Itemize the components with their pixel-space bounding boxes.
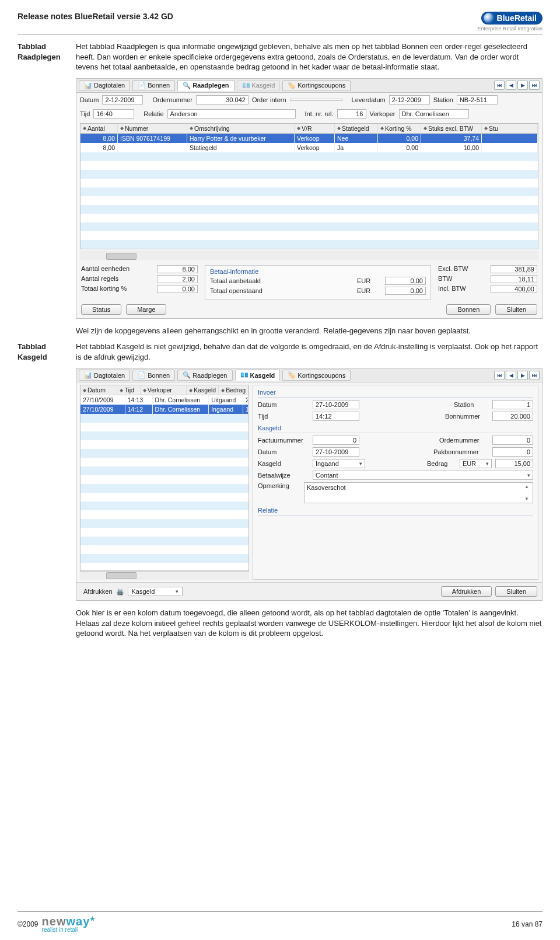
field-invoer-bonnummer[interactable]: 20.000	[492, 412, 533, 421]
cash-icon: 💶	[240, 371, 249, 379]
col-vr[interactable]: V/R	[302, 125, 312, 132]
grid-row[interactable]: 8,00 Statiegeld Verkoop Ja 0,00 10,00	[80, 143, 538, 152]
tab-kortingscoupons[interactable]: 🏷️Kortingscoupons	[282, 80, 351, 91]
select-currency[interactable]: EUR	[460, 459, 492, 468]
field-totaalkorting: 0,00	[157, 285, 198, 293]
field-invoer-station[interactable]: 1	[492, 400, 533, 409]
field-kasgeld-datum[interactable]: 27-10-2009	[313, 447, 359, 457]
field-verkoper[interactable]: Dhr. Cornelissen	[399, 109, 469, 119]
field-tijd[interactable]: 16:40	[93, 109, 134, 119]
release-title: Release notes BlueRetail versie 3.42 GD	[18, 12, 173, 21]
order-grid: ◆Aantal ◆Nummer ◆Omschrijving ◆V/R ◆Stat…	[80, 123, 538, 249]
sluiten-button-2[interactable]: Sluiten	[495, 586, 537, 597]
side-label-raadplegen: Tabblad Raadplegen	[18, 41, 76, 62]
field-invoer-datum[interactable]: 27-10-2009	[313, 400, 359, 409]
select-betaalwijze[interactable]: Contant	[313, 471, 533, 480]
panel-raadplegen: 📊Dagtotalen 📄Bonnen 🔍Raadplegen 💶Kasgeld…	[76, 78, 542, 319]
select-kasgeld-type[interactable]: Ingaand	[313, 459, 365, 468]
tabs-row: 📊Dagtotalen 📄Bonnen 🔍Raadplegen 💶Kasgeld…	[76, 79, 542, 93]
field-factuur[interactable]: 0	[313, 436, 359, 445]
bonnen-button[interactable]: Bonnen	[446, 304, 491, 315]
tabs-row-2: 📊Dagtotalen 📄Bonnen 🔍Raadplegen 💶Kasgeld…	[76, 368, 542, 382]
col-bedrag[interactable]: Bedrag	[226, 387, 246, 394]
col-tijd[interactable]: Tijd	[124, 387, 134, 394]
tab-kasgeld-2[interactable]: 💶Kasgeld	[235, 370, 281, 381]
col-stu[interactable]: Stu	[489, 125, 498, 132]
nav-prev-icon[interactable]: ◀	[506, 371, 516, 380]
field-totaal-aanbetaald: 0,00	[385, 277, 426, 285]
logo-text-a: Blue	[497, 13, 514, 23]
field-inclbtw: 400,00	[491, 285, 537, 293]
section-raadplegen: Tabblad Raadplegen Het tabblad Raadplege…	[18, 41, 542, 72]
totals-right: Excl. BTW381,89 BTW18,11 Incl. BTW400,00	[438, 265, 537, 295]
chart-icon: 📊	[84, 82, 92, 89]
status-button[interactable]: Status	[81, 304, 121, 315]
nav-last-icon[interactable]: ⏭	[529, 81, 540, 90]
col-datum[interactable]: Datum	[88, 387, 106, 394]
print-label: Afdrukken	[83, 588, 113, 595]
section-kasgeld-detail: Kasgeld	[258, 424, 533, 433]
col-aantal[interactable]: Aantal	[88, 125, 105, 132]
nav-next-icon[interactable]: ▶	[517, 371, 528, 380]
col-omschrijving[interactable]: Omschrijving	[194, 125, 230, 132]
horizontal-scrollbar[interactable]	[80, 252, 538, 260]
field-relatie[interactable]: Anderson	[167, 109, 296, 119]
col-korting[interactable]: Korting %	[385, 125, 412, 132]
grid-row[interactable]: 27/10/2009 14:12 Dhr. Cornelissen Ingaan…	[80, 405, 249, 414]
nav-next-icon[interactable]: ▶	[517, 81, 528, 90]
field-station[interactable]: NB-2-511	[457, 95, 498, 105]
nav-prev-icon[interactable]: ◀	[506, 81, 516, 90]
field-bedrag[interactable]: 15,00	[495, 459, 533, 468]
field-orderintern[interactable]	[290, 99, 342, 101]
sluiten-button[interactable]: Sluiten	[495, 304, 537, 315]
tab-kasgeld[interactable]: 💶Kasgeld	[237, 80, 281, 91]
afdrukken-button[interactable]: Afdrukken	[441, 586, 492, 597]
section-relatie: Relatie	[258, 507, 533, 516]
nav-first-icon[interactable]: ⏮	[494, 81, 505, 90]
field-ordernummer-k[interactable]: 0	[492, 436, 533, 445]
grid-row-empty	[80, 161, 538, 170]
totals-row: Aantal eenheden8,00 Aantal regels2,00 To…	[76, 263, 542, 302]
print-select[interactable]: Kasgeld	[128, 587, 183, 596]
col-nummer[interactable]: Nummer	[125, 125, 148, 132]
tab-bonnen[interactable]: 📄Bonnen	[132, 80, 175, 91]
marge-button[interactable]: Marge	[126, 304, 166, 315]
mid-text-row: Wel zijn de kopgegevens alleen geherrang…	[18, 326, 542, 336]
page-number: 16 van 87	[512, 920, 542, 928]
tab-bonnen-2[interactable]: 📄Bonnen	[132, 370, 175, 381]
search-icon: 🔍	[183, 371, 191, 379]
field-invoer-tijd[interactable]: 14:12	[313, 412, 359, 421]
tab-raadplegen-2[interactable]: 🔍Raadplegen	[177, 370, 232, 381]
chart-icon: 📊	[84, 371, 92, 379]
tab-raadplegen[interactable]: 🔍Raadplegen	[177, 80, 234, 91]
tab-dagtotalen-2[interactable]: 📊Dagtotalen	[79, 370, 130, 381]
grid-row[interactable]: 27/10/2009 14:13 Dhr. Cornelissen Uitgaa…	[80, 395, 249, 405]
field-opmerking[interactable]: Kasoverschot ▲▼	[304, 482, 533, 503]
tag-icon: 🏷️	[288, 371, 296, 379]
scroll-up-icon: ▲	[524, 484, 531, 489]
field-intnrrel[interactable]: 16	[337, 109, 366, 119]
grid-body: 8,00 ISBN 9076174199 Harry Potter & de v…	[80, 134, 538, 249]
tab-dagtotalen[interactable]: 📊Dagtotalen	[79, 80, 130, 91]
para-raadplegen: Het tabblad Raadplegen is qua informatie…	[76, 41, 542, 72]
col-kasgeld[interactable]: Kasgeld	[194, 387, 216, 394]
field-datum[interactable]: 2-12-2009	[102, 95, 143, 105]
printer-icon: 🖨️	[116, 588, 124, 596]
betaal-informatie-box: Betaal-informatie Totaal aanbetaaldEUR0,…	[205, 265, 431, 300]
mid-text: Wel zijn de kopgegevens alleen geherrang…	[76, 326, 542, 336]
horizontal-scrollbar-2[interactable]	[80, 571, 249, 580]
nav-first-icon[interactable]: ⏮	[494, 371, 505, 380]
newway-tagline: realist in retail	[42, 927, 96, 933]
grid-row[interactable]: 8,00 ISBN 9076174199 Harry Potter & de v…	[80, 134, 538, 143]
form-row-1: Datum 2-12-2009 Ordernummer 30.042 Order…	[76, 93, 542, 107]
nav-last-icon[interactable]: ⏭	[529, 371, 540, 380]
tab-kortingscoupons-2[interactable]: 🏷️Kortingscoupons	[282, 370, 351, 381]
end-text-row: Ook hier is er een kolom datum toegevoeg…	[18, 608, 542, 639]
col-stuksexcl[interactable]: Stuks excl. BTW	[428, 125, 473, 132]
col-verkoper[interactable]: Verkoper	[148, 387, 172, 394]
field-leverdatum[interactable]: 2-12-2009	[389, 95, 430, 105]
col-statiegeld[interactable]: Statiegeld	[342, 125, 369, 132]
page-header: Release notes BlueRetail versie 3.42 GD …	[18, 12, 542, 34]
field-ordernummer[interactable]: 30.042	[196, 95, 249, 105]
field-pakbonnummer[interactable]: 0	[492, 447, 533, 457]
